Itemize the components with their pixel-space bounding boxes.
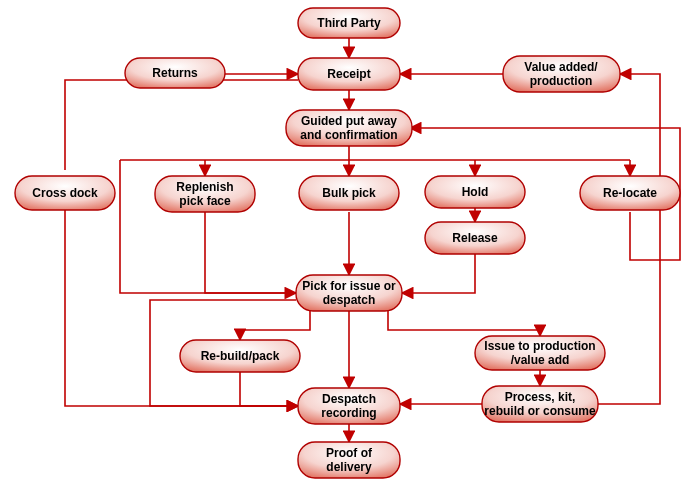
label-issue-1: Issue to production xyxy=(484,339,595,353)
label-despatch-1: Despatch xyxy=(322,392,376,406)
label-receipt: Receipt xyxy=(327,67,370,81)
label-value-added-1: Value added/ xyxy=(524,60,598,74)
node-value-added: Value added/ production xyxy=(503,56,620,92)
label-third-party: Third Party xyxy=(317,16,381,30)
edge-crossdock-despatch xyxy=(65,210,298,406)
node-rebuild: Re-build/pack xyxy=(180,340,300,372)
edges xyxy=(65,38,680,442)
label-bulk-pick: Bulk pick xyxy=(322,186,376,200)
node-cross-dock: Cross dock xyxy=(15,176,115,210)
node-hold: Hold xyxy=(425,176,525,208)
label-process-2: rebuild or consume xyxy=(484,404,596,418)
edge-pick-rebuild xyxy=(240,311,310,340)
node-returns: Returns xyxy=(125,58,225,88)
label-guided-1: Guided put away xyxy=(301,114,397,128)
label-release: Release xyxy=(452,231,498,245)
edge-pick-issue xyxy=(388,311,540,336)
label-replenish-1: Replenish xyxy=(176,180,233,194)
label-proof-1: Proof of xyxy=(326,446,373,460)
node-replenish: Replenish pick face xyxy=(155,176,255,212)
label-hold: Hold xyxy=(462,185,489,199)
label-process-1: Process, kit, xyxy=(505,390,576,404)
label-guided-2: and confirmation xyxy=(300,128,397,142)
edge-guided-bus xyxy=(120,146,630,160)
nodes: Third Party Returns Receipt Value added/… xyxy=(15,8,680,478)
flow-diagram: Third Party Returns Receipt Value added/… xyxy=(0,0,699,500)
label-value-added-2: production xyxy=(530,74,593,88)
node-proof: Proof of delivery xyxy=(298,442,400,478)
node-receipt: Receipt xyxy=(298,58,400,90)
label-pick-2: despatch xyxy=(323,293,376,307)
node-issue: Issue to production /value add xyxy=(475,336,605,370)
edge-replenish-pick xyxy=(205,212,296,293)
label-rebuild: Re-build/pack xyxy=(201,349,280,363)
node-relocate: Re-locate xyxy=(580,176,680,210)
edge-receipt-branch-left xyxy=(65,80,298,170)
node-guided: Guided put away and confirmation xyxy=(286,110,412,146)
node-release: Release xyxy=(425,222,525,254)
label-returns: Returns xyxy=(152,66,198,80)
node-bulk-pick: Bulk pick xyxy=(299,176,399,210)
edge-process-valueadded xyxy=(598,74,660,404)
edge-release-pick xyxy=(402,254,475,293)
node-process: Process, kit, rebuild or consume xyxy=(482,386,598,422)
label-replenish-2: pick face xyxy=(179,194,231,208)
label-proof-2: delivery xyxy=(326,460,372,474)
node-despatch: Despatch recording xyxy=(298,388,400,424)
label-despatch-2: recording xyxy=(321,406,376,420)
edge-rebuild-despatch xyxy=(240,372,298,406)
label-pick-1: Pick for issue or xyxy=(302,279,396,293)
label-issue-2: /value add xyxy=(511,353,570,367)
node-third-party: Third Party xyxy=(298,8,400,38)
node-pick: Pick for issue or despatch xyxy=(296,275,402,311)
label-relocate: Re-locate xyxy=(603,186,657,200)
label-cross-dock: Cross dock xyxy=(32,186,98,200)
